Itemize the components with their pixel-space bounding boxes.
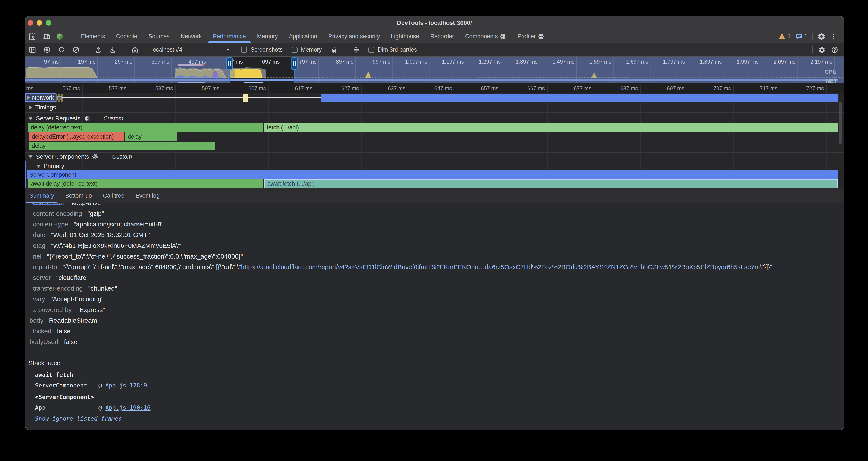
tab-network[interactable]: Network [175,30,207,43]
toolbar-separator-2 [124,47,124,53]
tab-recorder[interactable]: Recorder [425,30,460,43]
memory-toggle[interactable]: Memory [291,47,322,53]
summary-key[interactable]: vary [33,295,45,303]
show-ignore-listed-frames-link[interactable]: Show ignore-listed frames [35,415,122,422]
tab-lighthouse[interactable]: Lighthouse [385,30,425,43]
ruler-label: 607 ms [248,83,269,93]
record-icon[interactable] [43,46,51,54]
garbage-collect-icon[interactable] [331,46,338,54]
stack-source-link[interactable]: App.js:190:16 [105,404,150,411]
ruler-tick [129,85,129,93]
summary-key[interactable]: etag [33,242,45,249]
track-network-label[interactable]: Network [25,93,56,102]
toolbar-separator-5 [345,47,345,53]
memory-checkbox[interactable] [291,47,298,53]
summary-key[interactable]: x-powered-by [33,306,72,314]
home-icon[interactable] [131,46,138,54]
screenshots-toggle[interactable]: Screenshots [241,47,283,53]
flame-event-await-delay-deferred-text[interactable]: await delay (deferred text) [28,179,263,188]
summary-value[interactable]: "Wed, 01 Oct 2025 18:32:01 GMT" [51,231,150,239]
track-primary-group[interactable]: Primary [36,163,64,170]
history-select[interactable]: localhost #4 [151,47,231,53]
tracks-scrollbar-thumb[interactable] [839,102,841,144]
summary-value[interactable]: "keep-alive" [69,203,103,206]
summary-value[interactable]: false [64,338,77,346]
toggle-sidebar-icon[interactable] [29,46,36,54]
screenshots-checkbox[interactable] [241,47,247,53]
details-tab-summary[interactable]: Summary [26,189,58,203]
react-atom-icon [92,153,98,160]
issues-badge[interactable]: 1 [795,33,808,40]
summary-value[interactable]: ReadableStream [49,317,97,324]
tab-components[interactable]: Components [460,30,512,43]
dim-3rd-parties-toggle[interactable]: Dim 3rd parties [368,47,417,53]
ruler-tick [361,85,362,93]
tab-elements[interactable]: Elements [75,30,111,43]
timeline-overview[interactable]: 97 ms197 ms297 ms397 ms497 ms597 ms697 m… [25,56,844,83]
flame-event-delay[interactable]: delay [125,132,177,141]
tab-memory[interactable]: Memory [251,30,283,43]
warnings-badge[interactable]: 1 [778,33,791,40]
flame-event-await-fetch-api[interactable]: await fetch (.../api) [264,179,838,188]
track-timings[interactable]: Timings [29,104,56,111]
tracks-scrollbar[interactable] [838,102,842,183]
flame-event-delay-deferred-text[interactable]: delay (deferred text) [28,123,263,132]
summary-value[interactable]: "chunked" [88,285,117,292]
network-request-bar[interactable] [321,94,838,102]
settings-gear-icon[interactable] [817,32,826,40]
summary-key[interactable]: body [29,317,43,324]
collapse-down-icon [28,117,33,120]
network-request-marker[interactable] [243,94,248,102]
details-tab-call-tree[interactable]: Call tree [100,189,128,203]
flame-event-fetch-api[interactable]: fetch (.../api) [264,123,838,132]
collapse-icon[interactable] [352,46,360,54]
summary-key[interactable]: content-encoding [33,210,82,217]
summary-key[interactable]: bodyUsed [29,338,58,346]
clear-icon[interactable] [72,46,80,54]
summary-value[interactable]: false [57,327,70,335]
inspect-icon[interactable] [28,33,36,40]
load-profile-icon[interactable] [95,46,102,54]
network-track-grip[interactable] [57,96,62,100]
dim-3rd-parties-checkbox[interactable] [368,47,374,53]
tab-application[interactable]: Application [283,30,323,43]
summary-value[interactable]: "Accept-Encoding" [51,295,103,303]
summary-key[interactable]: report-to [33,263,57,271]
summary-key[interactable]: date [33,231,45,239]
net-activity-bar-light [244,82,264,83]
help-icon[interactable] [831,46,838,54]
tab-privacy-and-security[interactable]: Privacy and security [323,30,385,43]
device-toolbar-icon[interactable] [43,33,51,40]
summary-value[interactable]: "application/json; charset=utf-8" [74,221,164,228]
summary-value[interactable]: "{\"group\":\"cf-nel\",\"max_age\":60480… [63,263,772,271]
summary-row-date: date"Wed, 01 Oct 2025 18:32:01 GMT" [25,230,844,240]
tab-performance[interactable]: Performance [207,30,252,43]
summary-key[interactable]: transfer-encoding [33,285,83,292]
stack-source-link[interactable]: App.js:128:9 [105,382,147,389]
details-tab-event-log[interactable]: Event log [132,189,163,203]
summary-key[interactable]: server [33,274,51,281]
track-server-requests[interactable]: Server Requests — Custom [28,115,123,122]
panel-settings-gear-icon[interactable] [818,46,826,54]
track-server-components[interactable]: Server Components — Custom [28,153,132,160]
summary-value[interactable]: "{\"report_to\":\"cf-nel\",\"success_fra… [47,253,243,260]
kebab-menu-icon[interactable] [830,33,837,40]
tab-sources[interactable]: Sources [143,30,175,43]
summary-value[interactable]: "gzip" [88,210,104,217]
summary-key[interactable]: nel [33,253,41,260]
summary-key[interactable]: content-type [33,221,68,228]
node-icon[interactable] [56,32,64,40]
summary-value[interactable]: "W/\"4b1-RjEJloX9kRinu6F0MAZMmy6E5iA\"" [51,242,182,249]
flame-event-delayederror-ayed-exception[interactable]: delayedError (...ayed exception) [29,132,124,141]
reload-record-icon[interactable] [58,46,65,54]
tab-console[interactable]: Console [111,30,143,43]
summary-key[interactable]: locked [33,327,52,335]
details-tab-bottom-up[interactable]: Bottom-up [62,189,95,203]
flame-event-delay[interactable]: delay [29,142,215,150]
report-endpoint-link[interactable]: https://a.nel.cloudflare.com/report/v4?s… [241,263,762,270]
summary-value[interactable]: "Express" [77,306,105,314]
save-profile-icon[interactable] [109,46,116,54]
flame-event-servercomponent[interactable]: ServerComponent [27,170,838,179]
tab-profiler[interactable]: Profiler [512,30,550,43]
summary-value[interactable]: "cloudflare" [56,274,88,281]
